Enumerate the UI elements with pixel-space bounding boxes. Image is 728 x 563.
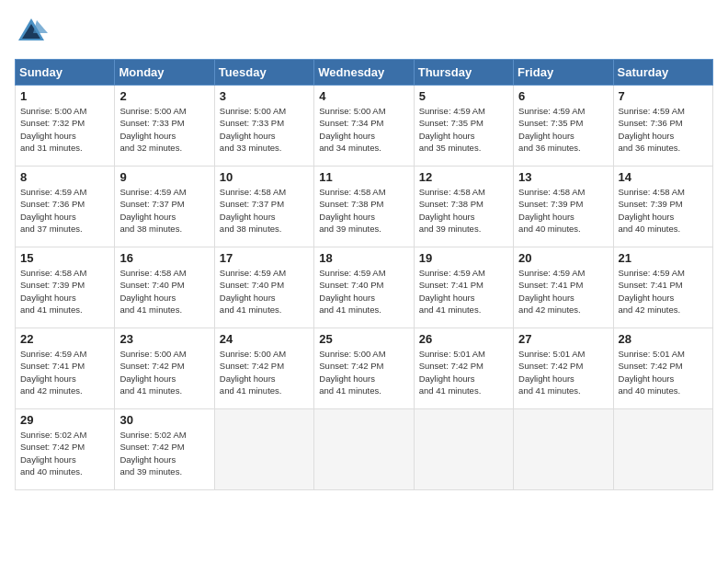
day-info: Sunrise: 4:58 AM Sunset: 7:39 PM Dayligh… bbox=[20, 267, 109, 316]
day-number: 5 bbox=[419, 89, 508, 103]
header bbox=[15, 15, 713, 48]
day-number: 8 bbox=[20, 170, 109, 184]
calendar-cell: 20 Sunrise: 4:59 AM Sunset: 7:41 PM Dayl… bbox=[514, 247, 613, 328]
day-number: 30 bbox=[119, 413, 209, 427]
day-info: Sunrise: 4:58 AM Sunset: 7:39 PM Dayligh… bbox=[518, 186, 608, 235]
calendar-week-5: 29 Sunrise: 5:02 AM Sunset: 7:42 PM Dayl… bbox=[16, 409, 713, 490]
header-saturday: Saturday bbox=[613, 60, 712, 86]
calendar-cell: 21 Sunrise: 4:59 AM Sunset: 7:41 PM Dayl… bbox=[613, 247, 712, 328]
calendar-cell: 6 Sunrise: 4:59 AM Sunset: 7:35 PM Dayli… bbox=[514, 86, 613, 167]
day-number: 7 bbox=[619, 89, 708, 103]
calendar-cell: 3 Sunrise: 5:00 AM Sunset: 7:33 PM Dayli… bbox=[214, 86, 313, 167]
calendar-cell: 28 Sunrise: 5:01 AM Sunset: 7:42 PM Dayl… bbox=[613, 328, 712, 409]
day-number: 20 bbox=[518, 251, 608, 265]
calendar-cell: 5 Sunrise: 4:59 AM Sunset: 7:35 PM Dayli… bbox=[414, 86, 513, 167]
logo bbox=[15, 15, 53, 48]
calendar-cell: 23 Sunrise: 5:00 AM Sunset: 7:42 PM Dayl… bbox=[115, 328, 214, 409]
day-info: Sunrise: 4:59 AM Sunset: 7:41 PM Dayligh… bbox=[419, 267, 508, 316]
day-info: Sunrise: 5:00 AM Sunset: 7:34 PM Dayligh… bbox=[319, 105, 408, 154]
header-monday: Monday bbox=[115, 60, 214, 86]
day-info: Sunrise: 5:00 AM Sunset: 7:42 PM Dayligh… bbox=[319, 348, 408, 396]
calendar-cell: 4 Sunrise: 5:00 AM Sunset: 7:34 PM Dayli… bbox=[314, 86, 414, 167]
calendar-week-1: 1 Sunrise: 5:00 AM Sunset: 7:32 PM Dayli… bbox=[16, 86, 713, 167]
calendar-cell bbox=[214, 409, 313, 490]
day-number: 21 bbox=[619, 251, 708, 265]
calendar-cell: 17 Sunrise: 4:59 AM Sunset: 7:40 PM Dayl… bbox=[214, 247, 313, 328]
logo-icon bbox=[15, 15, 48, 48]
header-thursday: Thursday bbox=[414, 60, 513, 86]
day-number: 12 bbox=[419, 170, 508, 184]
calendar-cell: 19 Sunrise: 4:59 AM Sunset: 7:41 PM Dayl… bbox=[414, 247, 513, 328]
calendar-cell: 8 Sunrise: 4:59 AM Sunset: 7:36 PM Dayli… bbox=[16, 167, 115, 247]
calendar: SundayMondayTuesdayWednesdayThursdayFrid… bbox=[15, 59, 713, 490]
calendar-cell bbox=[314, 409, 414, 490]
day-info: Sunrise: 4:59 AM Sunset: 7:37 PM Dayligh… bbox=[119, 186, 209, 235]
calendar-cell: 22 Sunrise: 4:59 AM Sunset: 7:41 PM Dayl… bbox=[16, 328, 115, 409]
day-info: Sunrise: 4:58 AM Sunset: 7:37 PM Dayligh… bbox=[220, 186, 309, 235]
header-sunday: Sunday bbox=[16, 60, 115, 86]
day-info: Sunrise: 4:59 AM Sunset: 7:41 PM Dayligh… bbox=[20, 348, 109, 396]
day-info: Sunrise: 5:00 AM Sunset: 7:33 PM Dayligh… bbox=[119, 105, 209, 154]
calendar-week-2: 8 Sunrise: 4:59 AM Sunset: 7:36 PM Dayli… bbox=[16, 167, 713, 247]
calendar-cell: 30 Sunrise: 5:02 AM Sunset: 7:42 PM Dayl… bbox=[115, 409, 214, 490]
day-info: Sunrise: 5:02 AM Sunset: 7:42 PM Dayligh… bbox=[119, 429, 209, 477]
calendar-cell: 1 Sunrise: 5:00 AM Sunset: 7:32 PM Dayli… bbox=[16, 86, 115, 167]
header-tuesday: Tuesday bbox=[214, 60, 313, 86]
day-number: 26 bbox=[419, 332, 508, 346]
day-number: 4 bbox=[319, 89, 408, 103]
calendar-cell: 14 Sunrise: 4:58 AM Sunset: 7:39 PM Dayl… bbox=[613, 167, 712, 247]
day-number: 23 bbox=[119, 332, 209, 346]
day-number: 18 bbox=[319, 251, 408, 265]
day-number: 19 bbox=[419, 251, 508, 265]
calendar-cell: 16 Sunrise: 4:58 AM Sunset: 7:40 PM Dayl… bbox=[115, 247, 214, 328]
calendar-cell bbox=[514, 409, 613, 490]
header-friday: Friday bbox=[514, 60, 613, 86]
calendar-cell: 26 Sunrise: 5:01 AM Sunset: 7:42 PM Dayl… bbox=[414, 328, 513, 409]
calendar-cell: 25 Sunrise: 5:00 AM Sunset: 7:42 PM Dayl… bbox=[314, 328, 414, 409]
day-info: Sunrise: 4:58 AM Sunset: 7:38 PM Dayligh… bbox=[419, 186, 508, 235]
calendar-cell: 18 Sunrise: 4:59 AM Sunset: 7:40 PM Dayl… bbox=[314, 247, 414, 328]
day-info: Sunrise: 4:59 AM Sunset: 7:36 PM Dayligh… bbox=[619, 105, 708, 154]
calendar-cell: 2 Sunrise: 5:00 AM Sunset: 7:33 PM Dayli… bbox=[115, 86, 214, 167]
day-number: 28 bbox=[619, 332, 708, 346]
calendar-cell: 7 Sunrise: 4:59 AM Sunset: 7:36 PM Dayli… bbox=[613, 86, 712, 167]
day-info: Sunrise: 4:59 AM Sunset: 7:41 PM Dayligh… bbox=[518, 267, 608, 316]
calendar-cell: 12 Sunrise: 4:58 AM Sunset: 7:38 PM Dayl… bbox=[414, 167, 513, 247]
calendar-week-3: 15 Sunrise: 4:58 AM Sunset: 7:39 PM Dayl… bbox=[16, 247, 713, 328]
day-number: 9 bbox=[119, 170, 209, 184]
day-info: Sunrise: 5:00 AM Sunset: 7:42 PM Dayligh… bbox=[119, 348, 209, 396]
day-number: 22 bbox=[20, 332, 109, 346]
day-info: Sunrise: 5:00 AM Sunset: 7:32 PM Dayligh… bbox=[20, 105, 109, 154]
day-number: 29 bbox=[20, 413, 109, 427]
calendar-week-4: 22 Sunrise: 4:59 AM Sunset: 7:41 PM Dayl… bbox=[16, 328, 713, 409]
calendar-cell bbox=[414, 409, 513, 490]
day-number: 24 bbox=[220, 332, 309, 346]
header-wednesday: Wednesday bbox=[314, 60, 414, 86]
day-number: 27 bbox=[518, 332, 608, 346]
day-number: 11 bbox=[319, 170, 408, 184]
day-number: 6 bbox=[518, 89, 608, 103]
calendar-cell: 27 Sunrise: 5:01 AM Sunset: 7:42 PM Dayl… bbox=[514, 328, 613, 409]
calendar-cell: 15 Sunrise: 4:58 AM Sunset: 7:39 PM Dayl… bbox=[16, 247, 115, 328]
day-number: 3 bbox=[220, 89, 309, 103]
calendar-cell: 24 Sunrise: 5:00 AM Sunset: 7:42 PM Dayl… bbox=[214, 328, 313, 409]
calendar-cell: 9 Sunrise: 4:59 AM Sunset: 7:37 PM Dayli… bbox=[115, 167, 214, 247]
day-info: Sunrise: 4:58 AM Sunset: 7:40 PM Dayligh… bbox=[119, 267, 209, 316]
day-info: Sunrise: 4:59 AM Sunset: 7:35 PM Dayligh… bbox=[419, 105, 508, 154]
day-info: Sunrise: 4:59 AM Sunset: 7:35 PM Dayligh… bbox=[518, 105, 608, 154]
calendar-cell: 13 Sunrise: 4:58 AM Sunset: 7:39 PM Dayl… bbox=[514, 167, 613, 247]
day-number: 25 bbox=[319, 332, 408, 346]
day-info: Sunrise: 5:02 AM Sunset: 7:42 PM Dayligh… bbox=[20, 429, 109, 477]
day-number: 1 bbox=[20, 89, 109, 103]
calendar-header-row: SundayMondayTuesdayWednesdayThursdayFrid… bbox=[16, 60, 713, 86]
day-info: Sunrise: 4:59 AM Sunset: 7:41 PM Dayligh… bbox=[619, 267, 708, 316]
day-number: 16 bbox=[119, 251, 209, 265]
calendar-cell: 29 Sunrise: 5:02 AM Sunset: 7:42 PM Dayl… bbox=[16, 409, 115, 490]
day-number: 15 bbox=[20, 251, 109, 265]
day-info: Sunrise: 4:58 AM Sunset: 7:39 PM Dayligh… bbox=[619, 186, 708, 235]
calendar-cell: 10 Sunrise: 4:58 AM Sunset: 7:37 PM Dayl… bbox=[214, 167, 313, 247]
day-number: 17 bbox=[220, 251, 309, 265]
day-info: Sunrise: 5:01 AM Sunset: 7:42 PM Dayligh… bbox=[619, 348, 708, 396]
day-info: Sunrise: 5:00 AM Sunset: 7:42 PM Dayligh… bbox=[220, 348, 309, 396]
day-info: Sunrise: 4:59 AM Sunset: 7:40 PM Dayligh… bbox=[319, 267, 408, 316]
